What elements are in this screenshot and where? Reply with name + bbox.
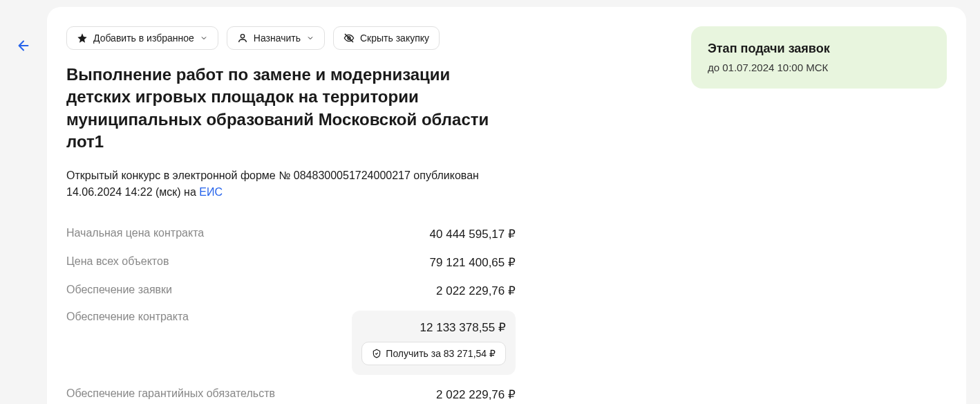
shield-check-icon — [372, 349, 381, 358]
star-icon — [77, 33, 88, 44]
price-label: Обеспечение контракта — [66, 311, 189, 323]
chevron-down-icon — [306, 34, 314, 42]
assign-button[interactable]: Назначить — [227, 26, 325, 50]
price-row-application: Обеспечение заявки 2 022 229,76 ₽ — [66, 277, 516, 305]
person-icon — [237, 33, 248, 44]
price-list: Начальная цена контракта 40 444 595,17 ₽… — [66, 220, 516, 404]
price-value: 79 121 400,65 ₽ — [430, 255, 516, 270]
get-guarantee-label: Получить за 83 271,54 ₽ — [386, 348, 496, 359]
status-panel: Этап подачи заявок до 01.07.2024 10:00 М… — [691, 26, 947, 89]
get-guarantee-button[interactable]: Получить за 83 271,54 ₽ — [361, 342, 506, 365]
price-row-initial: Начальная цена контракта 40 444 595,17 ₽ — [66, 220, 516, 248]
price-value: 40 444 595,17 ₽ — [430, 227, 516, 241]
price-row-contract: Обеспечение контракта 12 133 378,55 ₽ По… — [66, 305, 516, 380]
price-value: 12 133 378,55 ₽ — [420, 320, 506, 335]
procurement-card: Добавить в избранное Назначить — [47, 7, 966, 404]
price-label: Обеспечение заявки — [66, 284, 172, 296]
add-favorite-button[interactable]: Добавить в избранное — [66, 26, 218, 50]
procurement-subtitle: Открытый конкурс в электронной форме № 0… — [66, 167, 495, 201]
status-deadline: до 01.07.2024 10:00 МСК — [708, 62, 930, 73]
hide-button[interactable]: Скрыть закупку — [333, 26, 440, 50]
procurement-title: Выполнение работ по замене и модернизаци… — [66, 64, 495, 154]
status-title: Этап подачи заявок — [708, 42, 930, 56]
svg-point-0 — [241, 35, 244, 38]
price-value: 2 022 229,76 ₽ — [436, 387, 516, 402]
toolbar: Добавить в избранное Назначить — [66, 26, 672, 50]
hide-label: Скрыть закупку — [360, 33, 429, 44]
price-label: Начальная цена контракта — [66, 227, 204, 239]
chevron-down-icon — [200, 34, 208, 42]
add-favorite-label: Добавить в избранное — [93, 33, 194, 44]
price-row-warranty: Обеспечение гарантийных обязательств 2 0… — [66, 380, 516, 404]
price-value: 2 022 229,76 ₽ — [436, 284, 516, 298]
price-label: Обеспечение гарантийных обязательств — [66, 387, 275, 400]
assign-label: Назначить — [254, 33, 301, 44]
eis-link[interactable]: ЕИС — [199, 186, 223, 198]
eye-off-icon — [343, 33, 355, 44]
subtitle-text: Открытый конкурс в электронной форме № 0… — [66, 169, 479, 198]
price-label: Цена всех объектов — [66, 255, 169, 268]
main-content: Добавить в избранное Назначить — [66, 26, 672, 404]
price-row-all-objects: Цена всех объектов 79 121 400,65 ₽ — [66, 248, 516, 277]
back-arrow[interactable] — [0, 7, 33, 53]
contract-highlight-box: 12 133 378,55 ₽ Получить за 83 271,54 ₽ — [352, 311, 516, 375]
